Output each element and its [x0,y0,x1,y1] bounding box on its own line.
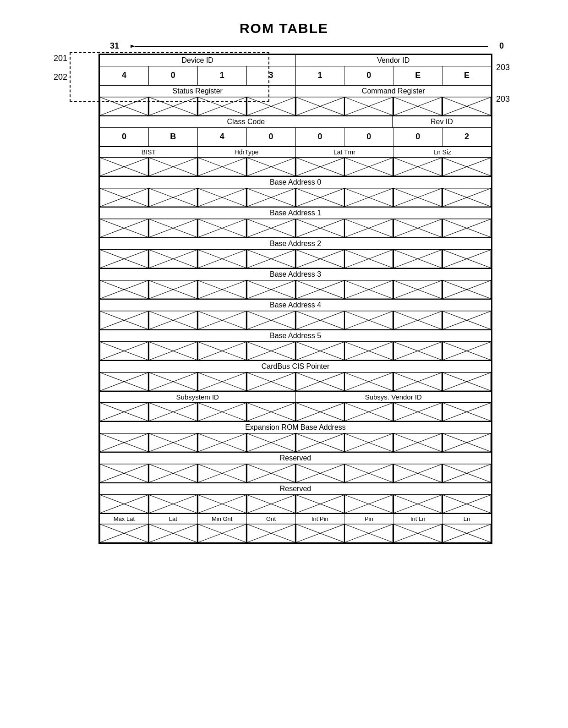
svg-line-129 [198,280,246,299]
svg-rect-73 [442,188,491,207]
svg-line-228 [247,403,295,421]
x-cell [442,464,491,482]
x-cell [149,97,198,115]
svg-line-258 [344,433,393,452]
row-group-device-vendor: Device ID Vendor ID 4 0 1 3 1 0 E E [100,55,491,86]
svg-rect-79 [149,219,197,237]
x-cell [149,372,198,391]
svg-line-128 [198,280,246,299]
base1-data-row [100,219,491,237]
svg-line-96 [442,219,491,237]
svg-line-161 [344,311,393,329]
bit-low-label: 0 [499,41,504,51]
row-group-class-rev: Class Code Rev ID 0 B 4 0 0 0 0 2 [100,116,491,147]
x-cell [198,97,247,115]
row-group-base5: Base Address 5 [100,330,491,361]
min-gnt-label: Min Gnt [198,514,247,524]
x-cell [393,524,442,542]
x-cell [344,524,393,542]
svg-line-321 [198,524,246,542]
svg-rect-205 [247,372,295,391]
svg-line-39 [296,158,344,176]
svg-line-80 [198,219,246,237]
svg-line-282 [344,464,393,482]
svg-line-111 [296,250,344,268]
svg-line-176 [198,342,246,360]
svg-rect-169 [442,311,491,329]
svg-rect-232 [296,403,344,421]
svg-rect-154 [198,311,246,329]
svg-line-209 [344,372,393,391]
val-4: 4 [100,66,149,85]
x-cell [198,250,247,268]
x-cell [344,219,393,237]
svg-line-8 [198,97,246,115]
svg-rect-331 [344,524,393,542]
svg-line-59 [247,188,295,207]
rev-id-label: Rev ID [393,116,491,127]
svg-rect-238 [393,403,442,421]
svg-line-95 [442,219,491,237]
x-cell [149,524,198,542]
svg-line-102 [149,250,197,268]
svg-line-324 [247,524,295,542]
svg-line-83 [247,219,295,237]
svg-line-54 [149,188,197,207]
svg-line-222 [149,403,197,421]
svg-rect-295 [149,495,197,513]
x-cell [247,372,296,391]
svg-line-194 [100,372,148,391]
svg-line-257 [344,433,393,452]
svg-rect-310 [393,495,442,513]
x-cell [149,311,198,329]
svg-line-329 [344,524,393,542]
svg-line-284 [393,464,442,482]
svg-rect-82 [198,219,246,237]
x-cell [393,250,442,268]
base5-label-row: Base Address 5 [100,330,491,342]
x-cell [149,158,198,176]
svg-line-152 [198,311,246,329]
x-cell [149,280,198,299]
svg-line-12 [247,97,295,115]
svg-rect-103 [149,250,197,268]
svg-rect-148 [100,311,148,329]
svg-line-237 [393,403,442,421]
svg-line-276 [247,464,295,482]
svg-rect-271 [149,464,197,482]
svg-line-281 [344,464,393,482]
svg-line-246 [149,433,197,452]
svg-line-42 [344,158,393,176]
svg-line-110 [296,250,344,268]
reserved1-data-row [100,464,491,482]
lat-label: Lat [149,514,198,524]
base-address-1-label: Base Address 1 [100,208,491,219]
x-cell [198,433,247,452]
svg-rect-157 [247,311,295,329]
svg-line-221 [149,403,197,421]
x-cell [100,372,149,391]
svg-rect-133 [247,280,295,299]
svg-line-233 [344,403,393,421]
svg-line-269 [149,464,197,482]
x-cell [393,433,442,452]
svg-line-293 [149,495,197,513]
svg-rect-328 [296,524,344,542]
x-cell [247,403,296,421]
x-cell [100,403,149,421]
svg-rect-160 [296,311,344,329]
x-cell [247,433,296,452]
x-cell [393,188,442,207]
svg-line-177 [198,342,246,360]
svg-line-279 [296,464,344,482]
svg-rect-235 [344,403,393,421]
x-cell [198,311,247,329]
svg-line-255 [296,433,344,452]
svg-line-84 [247,219,295,237]
reserved2-data-row [100,495,491,513]
x-cell [247,464,296,482]
svg-line-273 [198,464,246,482]
svg-line-116 [393,250,442,268]
svg-line-3 [100,97,148,115]
x-cell [247,188,296,207]
